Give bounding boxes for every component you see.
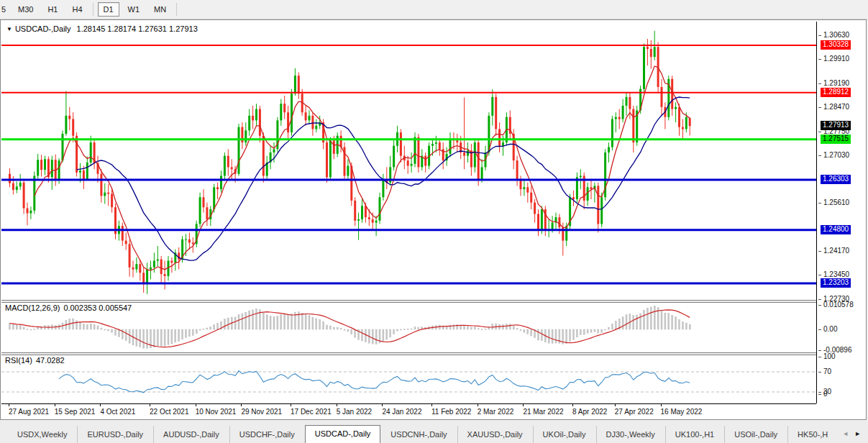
tab-usdcnh-daily[interactable]: USDCNH-,Daily — [380, 426, 457, 443]
rsi-tick-0: 0 — [818, 390, 828, 398]
rsi-line — [59, 371, 690, 393]
date-tick-10-nov-2021: 10 Nov 2021 — [196, 408, 237, 416]
date-tick-29-nov-2021: 29 Nov 2021 — [241, 408, 282, 416]
tab-hk50-h[interactable]: HK50-,H — [787, 426, 838, 443]
price-tick-1.25610: 1.25610 — [818, 198, 849, 206]
chart-ohlc-values: 1.28145 1.28174 1.27631 1.27913 — [77, 24, 198, 33]
chart-window: ▼USDCAD-,Daily1.28145 1.28174 1.27631 1.… — [0, 19, 867, 420]
date-tick-21-mar-2022: 21 Mar 2022 — [523, 408, 563, 416]
rsi-value: 47.0282 — [36, 356, 65, 365]
toolbar-separator — [176, 3, 177, 16]
price-line-badge-1.26303: 1.26303 — [821, 175, 851, 184]
toolbar-separator — [93, 3, 93, 16]
date-tick-11-feb-2022: 11 Feb 2022 — [431, 408, 471, 416]
timeframe-button-m30[interactable]: M30 — [12, 2, 39, 17]
date-tick-2-mar-2022: 2 Mar 2022 — [478, 408, 514, 416]
date-tick-15-sep-2021: 15 Sep 2021 — [55, 408, 96, 416]
macd-tick-0.010578: 0.010578 — [818, 301, 854, 309]
chart-tab-bar: USDX,WeeklyEURUSD-,DailyAUDUSD-,DailyUSD… — [0, 420, 868, 443]
date-tick-27-aug-2021: 27 Aug 2021 — [9, 408, 49, 416]
macd-name: MACD(12,26,9) — [5, 303, 60, 312]
tab-eurusd-daily[interactable]: EURUSD-,Daily — [77, 426, 153, 443]
timeframe-button-h4[interactable]: H4 — [66, 2, 88, 17]
date-axis[interactable]: 27 Aug 202115 Sep 20214 Oct 202122 Oct 2… — [1, 403, 816, 419]
macd-signal-line — [10, 310, 690, 347]
price-tick-1.23450: 1.23450 — [818, 270, 849, 278]
tab-usdchf-daily[interactable]: USDCHF-,Daily — [229, 426, 305, 443]
rsi-name: RSI(14) — [5, 356, 32, 365]
timeframe-button-h1[interactable]: H1 — [42, 2, 63, 17]
rsi-tick-70: 70 — [818, 367, 831, 375]
date-tick-4-oct-2021: 4 Oct 2021 — [100, 408, 135, 416]
rsi-label: RSI(14)47.0282 — [5, 356, 65, 365]
price-tick-1.30630: 1.30630 — [818, 31, 849, 39]
timeframe-button-d1[interactable]: D1 — [98, 2, 119, 17]
tab-scroll-right-icon[interactable]: ► — [851, 430, 864, 437]
price-line-badge-1.28912: 1.28912 — [821, 88, 851, 97]
date-tick-27-apr-2022: 27 Apr 2022 — [615, 408, 654, 416]
chart-title: ▼USDCAD-,Daily1.28145 1.28174 1.27631 1.… — [6, 24, 198, 33]
tab-ukoil-daily[interactable]: UKOil-,Daily — [533, 426, 596, 443]
price-tick-1.29910: 1.29910 — [818, 55, 849, 63]
timeframe-button-5[interactable]: 5 — [0, 2, 9, 17]
tab-audusd-daily[interactable]: AUDUSD-,Daily — [153, 426, 229, 443]
date-tick-22-oct-2021: 22 Oct 2021 — [150, 408, 188, 416]
price-tick-1.29190: 1.29190 — [818, 79, 849, 87]
symbol-dropdown-icon[interactable]: ▼ — [6, 26, 12, 32]
price-line-badge-1.23203: 1.23203 — [821, 278, 851, 288]
tab-usoil-daily[interactable]: USOil-,Daily — [724, 426, 787, 443]
price-line-badge-1.30328: 1.30328 — [821, 40, 851, 50]
macd-label: MACD(12,26,9)0.002353 0.005547 — [5, 303, 132, 312]
rsi-tick-100: 100 — [818, 352, 836, 360]
macd-tick-0.00: 0.00 — [818, 325, 837, 333]
price-tick-1.28470: 1.28470 — [818, 103, 849, 111]
price-chart-canvas[interactable] — [1, 22, 817, 403]
tab-usdx-weekly[interactable]: USDX,Weekly — [7, 426, 77, 443]
date-tick-16-may-2022: 16 May 2022 — [661, 408, 703, 416]
price-tick-1.24170: 1.24170 — [818, 247, 849, 255]
tab-scroll-arrows: ◄ ► — [839, 424, 864, 443]
chart-symbol-period: USDCAD-,Daily — [15, 24, 71, 33]
date-tick-17-dec-2021: 17 Dec 2021 — [291, 408, 332, 416]
tab-usdcad-daily[interactable]: USDCAD-,Daily — [305, 425, 381, 443]
macd-values: 0.002353 0.005547 — [63, 303, 132, 312]
current-price-badge: 1.27913 — [821, 121, 851, 130]
fast-ma-line — [35, 66, 690, 270]
tab-uk100-h1[interactable]: UK100-,H1 — [665, 426, 724, 443]
price-line-badge-1.24800: 1.24800 — [821, 225, 851, 234]
timeframe-button-w1[interactable]: W1 — [122, 2, 146, 17]
price-line-badge-1.27515: 1.27515 — [821, 134, 851, 144]
date-tick-8-apr-2022: 8 Apr 2022 — [572, 408, 607, 416]
date-tick-24-jan-2022: 24 Jan 2022 — [382, 408, 421, 416]
date-tick-5-jan-2022: 5 Jan 2022 — [337, 408, 373, 416]
timeframe-toolbar: 5M30H1H4D1W1MN — [0, 0, 868, 19]
tab-dj30-weekly[interactable]: DJ30-,Weekly — [596, 426, 665, 443]
tab-scroll-left-icon[interactable]: ◄ — [839, 430, 851, 437]
tab-xauusd-daily[interactable]: XAUUSD-,Daily — [457, 426, 533, 443]
price-axis[interactable]: 1.306301.299101.291901.284701.277501.270… — [816, 22, 866, 403]
price-tick-1.27030: 1.27030 — [818, 151, 849, 159]
timeframe-button-mn[interactable]: MN — [148, 2, 172, 17]
